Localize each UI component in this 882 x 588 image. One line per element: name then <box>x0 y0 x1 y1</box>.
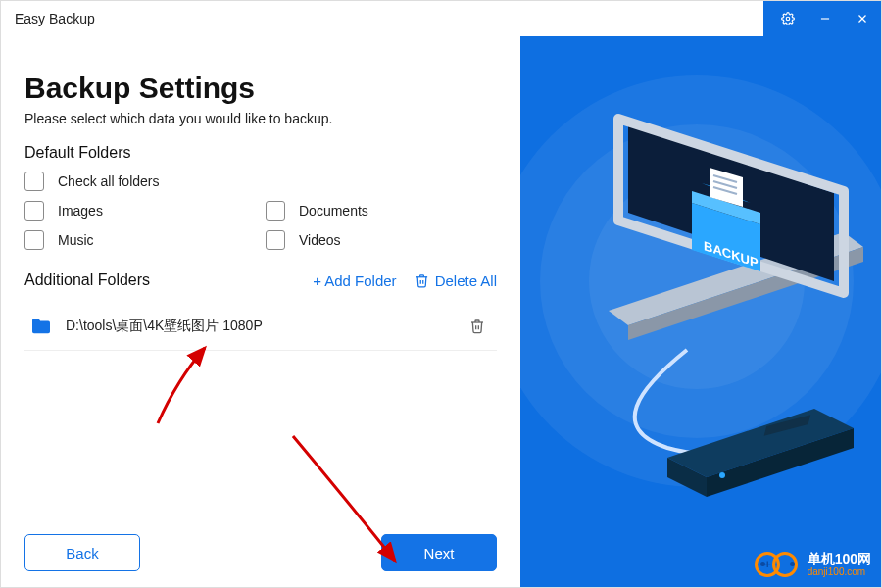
minimize-icon <box>818 12 832 25</box>
delete-folder-button[interactable] <box>464 313 491 340</box>
right-panel: BACKUP <box>520 36 881 587</box>
checkbox-icon <box>266 201 285 220</box>
svg-point-18 <box>719 472 725 478</box>
additional-folders-header: Additional Folders + Add Folder Delete A… <box>24 271 497 289</box>
watermark-line1: 单机100网 <box>808 552 871 565</box>
left-panel: Backup Settings Please select which data… <box>1 36 520 587</box>
check-all-label: Check all folders <box>58 173 160 189</box>
back-button[interactable]: Back <box>24 534 140 571</box>
watermark: + 单机100网 danji100.com <box>755 550 871 579</box>
check-label: Images <box>58 203 103 219</box>
checkbox-icon <box>24 230 44 250</box>
check-images[interactable]: Images <box>24 201 256 220</box>
default-folders-label: Default Folders <box>24 144 497 162</box>
check-label: Videos <box>299 232 341 248</box>
trash-icon <box>415 273 429 288</box>
back-label: Back <box>66 545 98 562</box>
check-documents[interactable]: Documents <box>266 201 497 220</box>
page-title: Backup Settings <box>24 72 497 105</box>
delete-all-label: Delete All <box>435 272 497 289</box>
footer: Back Next <box>24 524 497 571</box>
folder-row[interactable]: D:\tools\桌面\4K壁纸图片 1080P <box>24 303 497 351</box>
content-body: Backup Settings Please select which data… <box>1 36 881 587</box>
check-all-folders[interactable]: Check all folders <box>24 172 497 191</box>
check-music[interactable]: Music <box>24 230 256 250</box>
annotation-arrow-icon <box>148 340 236 428</box>
app-title: Easy Backup <box>15 11 95 26</box>
folder-icon <box>30 318 52 335</box>
check-videos[interactable]: Videos <box>266 230 497 250</box>
default-folders-list: Check all folders Images Documents Music… <box>24 172 497 250</box>
svg-point-0 <box>786 17 790 21</box>
watermark-line2: danji100.com <box>808 567 871 577</box>
close-button[interactable] <box>844 1 881 36</box>
watermark-logo-icon: + <box>755 550 802 579</box>
checkbox-icon <box>24 172 44 191</box>
checkbox-icon <box>266 230 285 250</box>
additional-folders-actions: + Add Folder Delete All <box>313 272 497 289</box>
next-label: Next <box>424 545 455 562</box>
checkbox-icon <box>24 201 44 220</box>
backup-illustration: BACKUP <box>520 36 881 587</box>
close-icon <box>856 12 869 25</box>
gear-icon <box>781 12 795 25</box>
app-window: Easy Backup Backup Settings Please selec… <box>0 0 882 588</box>
check-label: Music <box>58 232 94 248</box>
check-label: Documents <box>299 203 368 219</box>
folder-path: D:\tools\桌面\4K壁纸图片 1080P <box>66 318 450 335</box>
minimize-button[interactable] <box>807 1 844 36</box>
add-folder-button[interactable]: + Add Folder <box>313 272 396 289</box>
titlebar: Easy Backup <box>1 1 881 36</box>
trash-icon <box>469 318 485 334</box>
delete-all-button[interactable]: Delete All <box>415 272 497 289</box>
add-folder-label: + Add Folder <box>313 272 396 289</box>
page-subtitle: Please select which data you would like … <box>24 111 497 126</box>
additional-folders-label: Additional Folders <box>24 271 150 289</box>
window-controls <box>763 1 881 36</box>
settings-button[interactable] <box>769 1 807 36</box>
next-button[interactable]: Next <box>381 534 497 571</box>
laptop-drive-illustration-icon: BACKUP <box>520 36 881 585</box>
